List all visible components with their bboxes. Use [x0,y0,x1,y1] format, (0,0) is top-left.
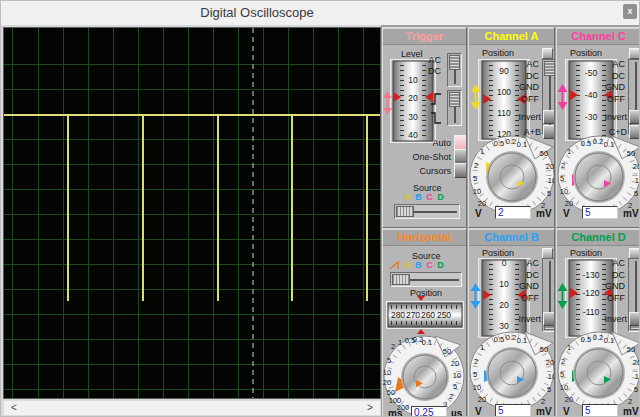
position-tick: 280 [391,310,405,320]
volts-per-div-dial[interactable]: 0.5 0.2 0.1 1 2 5 10 20 50 20 10 5 2 [469,135,555,217]
rising-edge-icon [431,94,441,104]
unit-us-label: µs [451,408,462,417]
channel-c-panel: Channel C Position -50 -40 -30 AC DC GND… [556,27,640,228]
source-d: D [435,192,446,202]
position-label: Position [570,248,602,258]
dial-knob[interactable] [488,153,536,201]
channel-a-panel: Channel A Position 90 100 110 120 AC DC … [468,27,555,228]
dial-knob[interactable] [488,349,536,397]
dial-number: 5 [547,385,551,394]
unit-v-label: V [475,208,482,219]
position-tick: 260 [421,310,435,320]
dial-knob[interactable] [575,349,623,397]
volts-per-div-value[interactable]: 2 [495,206,531,219]
dial-number: 1 [480,147,484,156]
dial-knob[interactable] [403,355,447,399]
volts-per-div-value[interactable]: 5 [582,404,618,417]
position-label: Position [570,48,602,58]
coupling-dc-label: DC [599,270,625,280]
volts-per-div-value[interactable]: 5 [495,404,531,417]
dial-number: 2 [474,357,478,366]
position-mini-button[interactable] [542,48,553,59]
position-mini-button[interactable] [629,48,640,59]
dial-number: 1 [398,338,402,347]
coupling-gnd-label: GND [513,281,539,291]
position-label: Position [482,48,514,58]
volts-per-div-dial[interactable]: 0.5 0.2 0.1 1 2 5 10 20 50 20 10 5 2 [469,331,555,413]
trigger-source-slider[interactable] [394,204,460,219]
invert-label: Invert [509,314,541,324]
dial-number: 5 [634,385,638,394]
unit-v-label: V [563,208,570,219]
trigger-source-letters: ABCD [402,192,446,202]
coupling-dc-label: DC [599,71,625,81]
falling-edge-icon [431,113,441,123]
dial-number: 5 [560,174,564,183]
invert-label: Invert [509,112,541,122]
coupling-gnd-label: GND [513,82,539,92]
horizontal-source-slider[interactable] [390,272,462,287]
unit-mv-label: mV [623,406,639,417]
channel-a-header: Channel A [469,28,554,45]
dial-number: 50 [443,347,451,356]
dial-number: 50 [627,345,635,354]
level-updown-arrow[interactable] [383,91,392,115]
level-tick: 20 [408,93,418,103]
invert-button[interactable] [629,110,640,124]
trigger-coupling-switch[interactable] [447,53,462,87]
dial-number: 10 [473,383,481,392]
dial-number: 0.5 [494,139,504,148]
invert-button[interactable] [629,312,640,326]
source-b: B [413,260,424,270]
scroll-left-arrow[interactable]: < [6,401,22,415]
volts-per-div-value[interactable]: 5 [582,206,618,219]
position-updown-arrow[interactable] [557,283,568,309]
coupling-gnd-label: GND [599,281,625,291]
dial-knob[interactable] [575,153,623,201]
volts-per-div-dial[interactable]: 0.5 0.2 0.1 1 2 5 10 20 50 20 10 5 2 [557,331,640,413]
cursors-button[interactable] [454,163,467,178]
scale-tick: 10 [499,279,509,289]
invert-button[interactable] [543,110,555,124]
position-marker-bottom[interactable] [417,329,425,334]
dial-number: 5 [473,370,477,379]
ramp-waveform-icon [389,260,401,271]
coupling-dc-label: DC [513,270,539,280]
scale-tick: 0 [502,258,507,268]
switch-knob[interactable] [449,92,460,107]
scroll-right-arrow[interactable]: > [362,401,378,415]
trigger-panel: Trigger Level 10 20 30 40 AC DC [382,27,467,228]
position-updown-arrow[interactable] [557,84,568,110]
timebase-value[interactable]: 0.25 [411,406,447,417]
dial-number: 0.2 [506,333,516,342]
dial-number: 0.1 [604,336,614,345]
dial-number: 20 [565,199,573,208]
channel-d-header: Channel D [557,229,640,246]
slider-knob[interactable] [544,61,555,76]
edge-select-switch[interactable] [447,90,462,126]
slider-knob[interactable] [392,274,410,285]
invert-button[interactable] [543,312,555,326]
one-shot-label: One-Shot [411,152,451,162]
position-updown-arrow[interactable] [470,283,481,309]
dial-number: 5 [453,382,457,391]
horizontal-scrollbar[interactable]: < > [3,400,381,416]
trigger-dc-label: DC [421,66,441,76]
dial-number: 0.2 [593,333,603,342]
close-button[interactable]: x [623,4,637,19]
auto-button[interactable] [454,135,467,150]
source-b: B [413,192,424,202]
switch-knob[interactable] [449,55,460,70]
position-updown-arrow[interactable] [470,84,481,110]
slider-knob[interactable] [396,206,414,217]
dial-number: 1 [567,343,571,352]
timebase-dial[interactable]: 2 1 0.5 0.2 0.1 5 10 20 50 100 200 50 20… [383,335,467,417]
volts-per-div-dial[interactable]: 0.5 0.2 0.1 1 2 5 10 20 50 20 10 5 2 [557,135,640,217]
coupling-dc-label: DC [513,71,539,81]
position-marker-top[interactable] [417,296,425,301]
unit-ms-label: ms [388,408,402,417]
invert-label: Invert [595,314,627,324]
horizontal-position-scale[interactable]: 280 270 260 250 [386,296,464,334]
one-shot-button[interactable] [454,149,467,164]
scale-tick: -120 [582,288,599,298]
